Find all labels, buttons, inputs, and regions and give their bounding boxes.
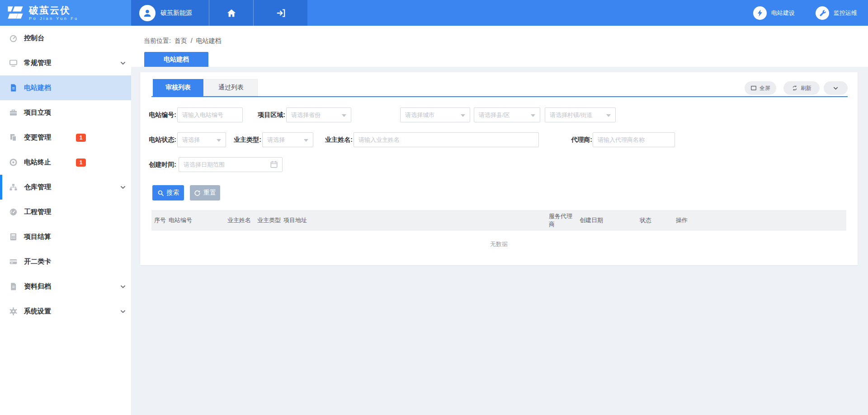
breadcrumb: 当前位置: 首页 / 电站建档	[144, 37, 223, 45]
speedometer-icon	[9, 208, 18, 216]
date-range-input[interactable]	[179, 157, 283, 172]
owner-name-input[interactable]	[354, 132, 539, 147]
copy-files-icon	[9, 133, 18, 142]
sidebar-item-open-type2-card[interactable]: 开二类卡	[0, 249, 131, 274]
main-area: 当前位置: 首页 / 电站建档 电站建档 审核列表 通过列表 全屏 刷新	[131, 26, 868, 415]
reset-label: 重置	[203, 189, 216, 197]
brand-logo: 破茧云伏 Po Jian Yun Fu	[0, 0, 131, 26]
sidebar-item-project-initiation[interactable]: 项目立项	[0, 100, 131, 125]
sidebar-item-change-mgmt[interactable]: 变更管理 1	[0, 125, 131, 150]
station-status-label: 电站状态:	[140, 132, 176, 147]
user-menu[interactable]: 破茧新能源	[131, 0, 209, 26]
dropdown-arrow-icon	[304, 139, 308, 142]
region-label: 项目区域:	[244, 107, 285, 122]
search-button[interactable]: 搜索	[152, 185, 184, 201]
brand-logo-icon	[6, 4, 25, 22]
home-button[interactable]	[209, 0, 253, 26]
calendar-icon[interactable]	[270, 160, 278, 168]
monitor-icon	[9, 59, 18, 67]
dropdown-arrow-icon	[461, 114, 465, 117]
sidebar-item-engineering-mgmt[interactable]: 工程管理	[0, 200, 131, 224]
collapse-button[interactable]	[824, 81, 848, 95]
brand-subtitle: Po Jian Yun Fu	[29, 16, 79, 21]
created-time-label: 创建时间:	[140, 157, 176, 172]
sidebar-item-label: 电站终止	[24, 158, 51, 167]
file-text-icon	[9, 282, 18, 291]
content-area: 审核列表 通过列表 全屏 刷新 电站编号: 项目区域:	[131, 67, 868, 415]
reset-button[interactable]: 重置	[190, 185, 220, 201]
sidebar-item-label: 变更管理	[24, 133, 51, 142]
city-placeholder: 请选择城市	[405, 111, 434, 119]
person-icon	[142, 8, 152, 18]
tab-passed-list[interactable]: 通过列表	[204, 79, 258, 96]
refresh-label: 刷新	[801, 84, 811, 92]
dropdown-arrow-icon	[606, 114, 611, 117]
sidebar-item-label: 开二类卡	[24, 257, 51, 266]
gauge-icon	[9, 34, 18, 42]
company-name: 破茧新能源	[160, 9, 192, 17]
sidebar-item-dashboard[interactable]: 控制台	[0, 26, 131, 51]
province-placeholder: 请选择省份	[291, 111, 321, 119]
agent-input[interactable]	[593, 132, 675, 147]
chevron-down-icon	[119, 184, 127, 191]
sidebar-item-data-archiving[interactable]: 资料归档	[0, 274, 131, 299]
header-spacer	[307, 0, 753, 26]
sidebar-item-label: 资料归档	[24, 282, 51, 291]
fullscreen-icon	[750, 85, 757, 91]
county-select[interactable]: 请选择县/区	[474, 107, 540, 122]
status-placeholder: 请选择	[182, 136, 200, 144]
city-select[interactable]: 请选择城市	[400, 107, 470, 122]
module-monitor-ops[interactable]: 监控运维	[816, 6, 857, 20]
chevron-down-icon	[119, 308, 127, 315]
sidebar-item-label: 项目立项	[24, 108, 51, 117]
village-select[interactable]: 请选择村镇/街道	[545, 107, 616, 122]
sidebar-item-station-filing[interactable]: 电站建档	[0, 75, 131, 100]
refresh-icon	[792, 85, 798, 91]
refresh-button[interactable]: 刷新	[783, 81, 820, 95]
col-service-agent: 服务代理商	[546, 212, 577, 228]
tab-review-list[interactable]: 审核列表	[153, 79, 203, 96]
exit-arrow-icon	[276, 8, 286, 18]
results-table: 序号 电站编号 业主姓名 业主类型 项目地址 服务代理商 创建日期 状态 操作 …	[151, 210, 846, 257]
sidebar-item-label: 控制台	[24, 34, 44, 42]
lightning-icon	[753, 6, 767, 20]
fullscreen-label: 全屏	[760, 84, 770, 92]
avatar	[139, 5, 156, 21]
chevron-down-icon	[119, 60, 127, 67]
col-created-date: 创建日期	[577, 216, 637, 224]
station-no-input[interactable]	[177, 107, 243, 122]
sidebar-item-label: 电站建档	[24, 84, 51, 92]
sidebar-item-system-settings[interactable]: 系统设置	[0, 299, 131, 324]
module-station-build[interactable]: 电站建设	[753, 6, 795, 20]
page-tab-station-filing[interactable]: 电站建档	[144, 52, 208, 67]
circle-dot-icon	[9, 158, 18, 167]
col-owner-name: 业主姓名	[225, 216, 255, 224]
notification-badge: 1	[76, 134, 86, 142]
search-icon	[157, 190, 164, 196]
col-owner-type: 业主类型	[255, 216, 281, 224]
owner-type-select[interactable]: 请选择	[262, 132, 313, 147]
sidebar-item-general-mgmt[interactable]: 常规管理	[0, 51, 131, 75]
sidebar-item-label: 系统设置	[24, 307, 51, 316]
sidebar-item-label: 常规管理	[24, 59, 51, 67]
sidebar-item-warehouse-mgmt[interactable]: 仓库管理	[0, 175, 131, 200]
panel-actions: 全屏 刷新	[745, 81, 848, 95]
breadcrumb-current: 电站建档	[196, 37, 221, 44]
notification-badge: 1	[76, 159, 86, 167]
dropdown-arrow-icon	[342, 114, 346, 117]
breadcrumb-home[interactable]: 首页	[175, 37, 187, 44]
sidebar-item-label: 项目结算	[24, 233, 51, 241]
logout-button[interactable]	[253, 0, 307, 26]
tab-underline	[151, 96, 848, 97]
sidebar-item-label: 仓库管理	[24, 183, 51, 191]
credit-card-icon	[9, 257, 18, 266]
province-select[interactable]: 请选择省份	[286, 107, 351, 122]
sidebar-item-label: 工程管理	[24, 208, 51, 216]
header-modules: 电站建设 监控运维	[753, 0, 868, 26]
fullscreen-button[interactable]: 全屏	[745, 81, 776, 95]
dropdown-arrow-icon	[217, 139, 221, 142]
station-no-label: 电站编号:	[140, 107, 176, 122]
sidebar-item-project-settlement[interactable]: 项目结算	[0, 224, 131, 249]
station-status-select[interactable]: 请选择	[177, 132, 226, 147]
sidebar-item-station-termination[interactable]: 电站终止 1	[0, 150, 131, 175]
